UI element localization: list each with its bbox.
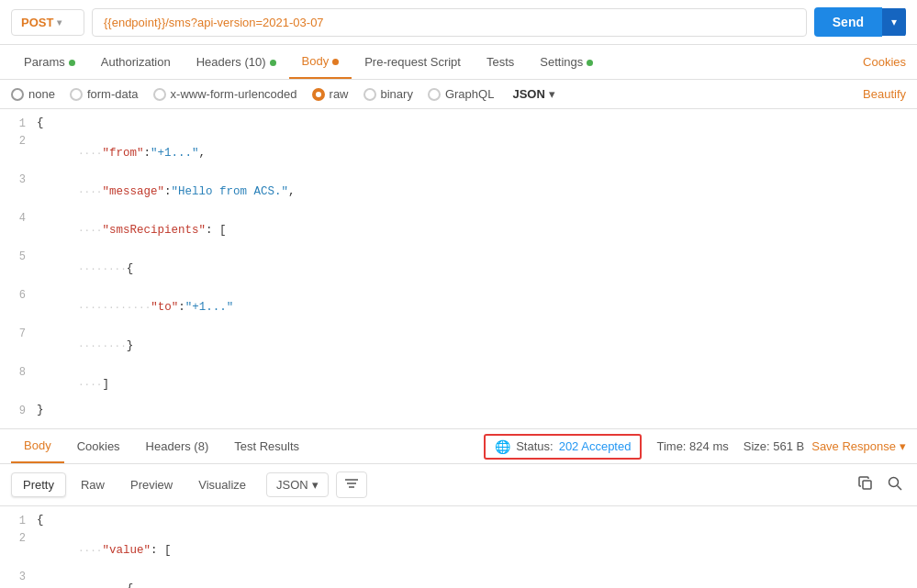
tab-prerequest[interactable]: Pre-request Script [352,46,474,78]
response-format-row: Pretty Raw Preview Visualize JSON ▾ [0,464,917,506]
code-line: 4 ····"smsRecipients": [ [0,211,917,250]
code-line: 8 ····] [0,365,917,404]
tab-authorization[interactable]: Authorization [88,46,184,78]
beautify-button[interactable]: Beautify [863,87,906,101]
code-line: 1 { [0,116,917,134]
response-action-icons [855,472,906,498]
svg-rect-3 [863,481,871,489]
code-line: 6 ············"to":"+1..." [0,288,917,327]
radio-graphql [428,88,441,101]
search-button[interactable] [884,472,906,498]
response-size: Size: 561 B [744,439,805,453]
settings-dot [587,60,593,66]
request-tabs: Params Authorization Headers (10) Body P… [0,45,917,80]
copy-button[interactable] [855,472,877,498]
status-badge: 🌐 Status: 202 Accepted [484,434,642,460]
body-type-none[interactable]: none [11,87,55,101]
resp-tab-headers[interactable]: Headers (8) [133,430,222,462]
send-button[interactable]: Send [814,7,882,37]
tab-body[interactable]: Body [289,45,352,79]
code-line: 9 } [0,404,917,421]
body-type-formdata[interactable]: form-data [70,87,139,101]
method-label: POST [21,16,53,29]
body-type-graphql[interactable]: GraphQL [428,87,494,101]
radio-formdata [70,88,83,101]
resp-tab-cookies[interactable]: Cookies [64,430,133,462]
response-meta: Time: 824 ms Size: 561 B [656,439,804,453]
code-line: 3 ····"message":"Hello from ACS.", [0,172,917,211]
cookies-link[interactable]: Cookies [863,55,906,69]
save-response-button[interactable]: Save Response ▾ [811,439,906,453]
radio-none [11,88,24,101]
body-type-row: none form-data x-www-form-urlencoded raw… [0,80,917,109]
format-preview-button[interactable]: Preview [119,473,184,496]
code-line: 2 ····"from":"+1...", [0,134,917,172]
copy-icon [858,476,873,491]
json-type-select[interactable]: JSON ▾ [512,87,554,101]
format-raw-button[interactable]: Raw [70,473,116,496]
filter-icon [344,477,359,490]
radio-urlencoded [153,88,166,101]
tab-settings[interactable]: Settings [527,46,606,78]
resp-tab-body[interactable]: Body [11,429,64,463]
response-time: Time: 824 ms [656,439,728,453]
response-json-select[interactable]: JSON ▾ [266,472,329,497]
params-dot [69,60,75,66]
headers-dot [270,60,276,66]
save-chevron-icon: ▾ [900,439,906,453]
tab-tests[interactable]: Tests [474,46,527,78]
tab-headers[interactable]: Headers (10) [184,46,289,78]
body-type-raw[interactable]: raw [312,87,349,101]
body-type-urlencoded[interactable]: x-www-form-urlencoded [153,87,297,101]
code-line: 5 ········{ [0,250,917,288]
code-line: 7 ········} [0,327,917,365]
format-pretty-button[interactable]: Pretty [11,472,66,497]
radio-raw [312,88,325,101]
status-label: Status: [516,439,553,453]
globe-icon: 🌐 [495,439,510,454]
svg-point-4 [889,477,899,486]
url-input[interactable] [92,8,807,37]
body-type-binary[interactable]: binary [363,87,413,101]
body-dot [332,59,339,65]
resp-code-line: 1 { [0,514,917,531]
response-code-editor: 1 { 2 ····"value": [ 3 ········{ 4 ·····… [0,506,917,588]
resp-code-line: 3 ········{ [0,570,917,588]
response-tabs-row: Body Cookies Headers (8) Test Results 🌐 … [0,429,917,464]
method-select[interactable]: POST ▾ [11,9,84,36]
send-dropdown-button[interactable]: ▾ [882,8,906,36]
filter-button[interactable] [336,472,367,498]
search-icon [888,476,902,491]
method-chevron-icon: ▾ [57,17,62,28]
svg-line-5 [898,485,902,490]
resp-code-line: 2 ····"value": [ [0,531,917,570]
format-visualize-button[interactable]: Visualize [187,473,257,496]
resp-tab-test-results[interactable]: Test Results [221,430,312,462]
radio-binary [363,88,376,101]
top-bar: POST ▾ Send ▾ [0,0,917,45]
status-code: 202 Accepted [559,439,632,453]
request-code-editor[interactable]: 1 { 2 ····"from":"+1...", 3 ····"message… [0,109,917,429]
send-button-group: Send ▾ [814,7,906,37]
tab-params[interactable]: Params [11,46,88,78]
